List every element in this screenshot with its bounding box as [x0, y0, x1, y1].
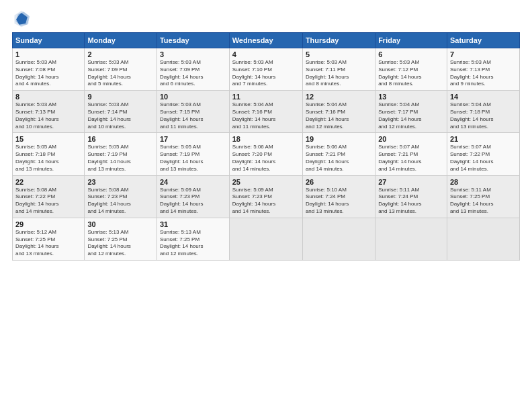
weekday-header-thursday: Thursday [302, 33, 375, 48]
cell-info: Sunrise: 5:08 AMSunset: 7:22 PMDaylight:… [15, 187, 81, 216]
cell-info: Sunrise: 5:04 AMSunset: 7:16 PMDaylight:… [306, 101, 372, 130]
day-number: 23 [87, 178, 154, 186]
weekday-header-saturday: Saturday [447, 33, 519, 48]
calendar-cell: 10Sunrise: 5:03 AMSunset: 7:15 PMDayligh… [157, 91, 229, 133]
cell-info: Sunrise: 5:05 AMSunset: 7:19 PMDaylight:… [87, 144, 154, 173]
calendar-cell [447, 218, 519, 260]
day-number: 19 [306, 135, 372, 143]
day-number: 6 [378, 50, 444, 58]
calendar-cell: 28Sunrise: 5:11 AMSunset: 7:25 PMDayligh… [447, 175, 519, 218]
weekday-header-sunday: Sunday [13, 33, 85, 48]
day-number: 2 [87, 50, 154, 58]
day-number: 13 [378, 93, 444, 101]
cell-info: Sunrise: 5:10 AMSunset: 7:24 PMDaylight:… [306, 187, 372, 216]
header [12, 9, 520, 28]
calendar-cell: 7Sunrise: 5:03 AMSunset: 7:13 PMDaylight… [447, 48, 519, 91]
calendar-cell: 26Sunrise: 5:10 AMSunset: 7:24 PMDayligh… [302, 175, 375, 218]
calendar-cell: 5Sunrise: 5:03 AMSunset: 7:11 PMDaylight… [302, 48, 375, 91]
cell-info: Sunrise: 5:04 AMSunset: 7:18 PMDaylight:… [450, 101, 517, 130]
calendar-cell: 25Sunrise: 5:09 AMSunset: 7:23 PMDayligh… [229, 175, 302, 218]
logo [12, 9, 34, 28]
cell-info: Sunrise: 5:07 AMSunset: 7:22 PMDaylight:… [450, 144, 517, 173]
day-number: 7 [450, 50, 517, 58]
day-number: 16 [87, 135, 154, 143]
cell-info: Sunrise: 5:08 AMSunset: 7:23 PMDaylight:… [87, 187, 154, 216]
calendar-cell [229, 218, 302, 260]
week-row-4: 22Sunrise: 5:08 AMSunset: 7:22 PMDayligh… [13, 175, 520, 218]
cell-info: Sunrise: 5:11 AMSunset: 7:25 PMDaylight:… [450, 187, 517, 216]
cell-info: Sunrise: 5:03 AMSunset: 7:12 PMDaylight:… [378, 59, 444, 88]
day-number: 5 [306, 50, 372, 58]
calendar-cell: 15Sunrise: 5:05 AMSunset: 7:18 PMDayligh… [13, 133, 85, 175]
calendar-cell: 20Sunrise: 5:07 AMSunset: 7:21 PMDayligh… [375, 133, 447, 175]
day-number: 17 [160, 135, 226, 143]
day-number: 31 [160, 220, 226, 228]
day-number: 10 [160, 93, 226, 101]
logo-icon [12, 9, 31, 28]
weekday-header-tuesday: Tuesday [157, 33, 229, 48]
calendar-cell: 23Sunrise: 5:08 AMSunset: 7:23 PMDayligh… [85, 175, 157, 218]
calendar-cell: 6Sunrise: 5:03 AMSunset: 7:12 PMDaylight… [375, 48, 447, 91]
calendar-cell: 14Sunrise: 5:04 AMSunset: 7:18 PMDayligh… [447, 91, 519, 133]
day-number: 27 [378, 178, 444, 186]
day-number: 1 [15, 50, 81, 58]
page: SundayMondayTuesdayWednesdayThursdayFrid… [0, 0, 532, 411]
calendar-cell: 29Sunrise: 5:12 AMSunset: 7:25 PMDayligh… [13, 218, 85, 260]
day-number: 28 [450, 178, 517, 186]
calendar-cell: 21Sunrise: 5:07 AMSunset: 7:22 PMDayligh… [447, 133, 519, 175]
cell-info: Sunrise: 5:03 AMSunset: 7:13 PMDaylight:… [15, 101, 81, 130]
calendar-cell: 8Sunrise: 5:03 AMSunset: 7:13 PMDaylight… [13, 91, 85, 133]
calendar-cell: 18Sunrise: 5:06 AMSunset: 7:20 PMDayligh… [229, 133, 302, 175]
cell-info: Sunrise: 5:11 AMSunset: 7:24 PMDaylight:… [378, 187, 444, 216]
calendar-cell: 16Sunrise: 5:05 AMSunset: 7:19 PMDayligh… [85, 133, 157, 175]
cell-info: Sunrise: 5:03 AMSunset: 7:14 PMDaylight:… [87, 101, 154, 130]
cell-info: Sunrise: 5:03 AMSunset: 7:13 PMDaylight:… [450, 59, 517, 88]
calendar-table: SundayMondayTuesdayWednesdayThursdayFrid… [12, 32, 520, 261]
cell-info: Sunrise: 5:06 AMSunset: 7:20 PMDaylight:… [232, 144, 300, 173]
calendar-cell [375, 218, 447, 260]
cell-info: Sunrise: 5:07 AMSunset: 7:21 PMDaylight:… [378, 144, 444, 173]
cell-info: Sunrise: 5:03 AMSunset: 7:10 PMDaylight:… [232, 59, 300, 88]
calendar-cell [302, 218, 375, 260]
cell-info: Sunrise: 5:03 AMSunset: 7:09 PMDaylight:… [87, 59, 154, 88]
calendar-cell: 22Sunrise: 5:08 AMSunset: 7:22 PMDayligh… [13, 175, 85, 218]
day-number: 25 [232, 178, 300, 186]
day-number: 3 [160, 50, 226, 58]
calendar-cell: 11Sunrise: 5:04 AMSunset: 7:16 PMDayligh… [229, 91, 302, 133]
calendar-cell: 3Sunrise: 5:03 AMSunset: 7:09 PMDaylight… [157, 48, 229, 91]
cell-info: Sunrise: 5:03 AMSunset: 7:08 PMDaylight:… [15, 59, 81, 88]
cell-info: Sunrise: 5:09 AMSunset: 7:23 PMDaylight:… [160, 187, 226, 216]
week-row-3: 15Sunrise: 5:05 AMSunset: 7:18 PMDayligh… [13, 133, 520, 175]
calendar-cell: 2Sunrise: 5:03 AMSunset: 7:09 PMDaylight… [85, 48, 157, 91]
day-number: 21 [450, 135, 517, 143]
cell-info: Sunrise: 5:04 AMSunset: 7:17 PMDaylight:… [378, 101, 444, 130]
cell-info: Sunrise: 5:05 AMSunset: 7:18 PMDaylight:… [15, 144, 81, 173]
day-number: 20 [378, 135, 444, 143]
calendar-cell: 31Sunrise: 5:13 AMSunset: 7:25 PMDayligh… [157, 218, 229, 260]
calendar-cell: 13Sunrise: 5:04 AMSunset: 7:17 PMDayligh… [375, 91, 447, 133]
cell-info: Sunrise: 5:13 AMSunset: 7:25 PMDaylight:… [87, 229, 154, 258]
calendar-cell: 12Sunrise: 5:04 AMSunset: 7:16 PMDayligh… [302, 91, 375, 133]
cell-info: Sunrise: 5:03 AMSunset: 7:09 PMDaylight:… [160, 59, 226, 88]
week-row-5: 29Sunrise: 5:12 AMSunset: 7:25 PMDayligh… [13, 218, 520, 260]
day-number: 4 [232, 50, 300, 58]
day-number: 14 [450, 93, 517, 101]
day-number: 12 [306, 93, 372, 101]
calendar-cell: 30Sunrise: 5:13 AMSunset: 7:25 PMDayligh… [85, 218, 157, 260]
cell-info: Sunrise: 5:06 AMSunset: 7:21 PMDaylight:… [306, 144, 372, 173]
week-row-1: 1Sunrise: 5:03 AMSunset: 7:08 PMDaylight… [13, 48, 520, 91]
cell-info: Sunrise: 5:12 AMSunset: 7:25 PMDaylight:… [15, 229, 81, 258]
day-number: 22 [15, 178, 81, 186]
calendar-cell: 17Sunrise: 5:05 AMSunset: 7:19 PMDayligh… [157, 133, 229, 175]
calendar-cell: 9Sunrise: 5:03 AMSunset: 7:14 PMDaylight… [85, 91, 157, 133]
day-number: 11 [232, 93, 300, 101]
cell-info: Sunrise: 5:09 AMSunset: 7:23 PMDaylight:… [232, 187, 300, 216]
calendar-cell: 4Sunrise: 5:03 AMSunset: 7:10 PMDaylight… [229, 48, 302, 91]
day-number: 29 [15, 220, 81, 228]
day-number: 26 [306, 178, 372, 186]
day-number: 8 [15, 93, 81, 101]
weekday-header-monday: Monday [85, 33, 157, 48]
weekday-header-friday: Friday [375, 33, 447, 48]
cell-info: Sunrise: 5:05 AMSunset: 7:19 PMDaylight:… [160, 144, 226, 173]
day-number: 30 [87, 220, 154, 228]
